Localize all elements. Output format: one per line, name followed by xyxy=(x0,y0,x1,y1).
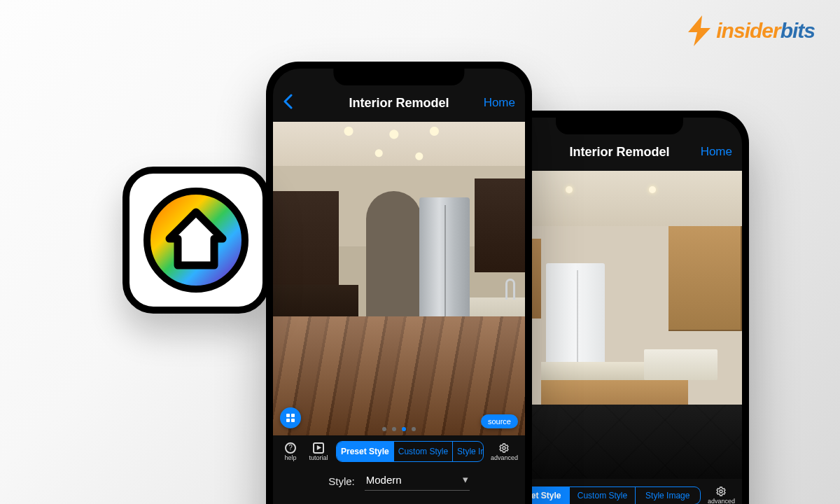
svg-marker-0 xyxy=(688,15,710,46)
style-row: Style: Modern ▾ xyxy=(273,465,525,503)
phone-front: Interior Remodel Home xyxy=(266,62,532,504)
page-dot[interactable] xyxy=(412,427,416,431)
advanced-button[interactable]: advanced xyxy=(708,486,735,504)
bolt-icon xyxy=(687,15,712,46)
advanced-button[interactable]: advanced xyxy=(491,442,518,461)
chevron-left-icon xyxy=(283,94,293,109)
play-icon xyxy=(313,442,324,454)
svg-marker-6 xyxy=(316,445,321,450)
toolbar-back: Preset Style Custom Style Style Image ad… xyxy=(497,479,742,504)
grid-button[interactable] xyxy=(280,407,301,428)
stage: insiderbits Interior Remodel Home xyxy=(0,0,840,504)
advanced-label: advanced xyxy=(708,498,735,504)
style-dropdown[interactable]: Modern ▾ xyxy=(365,472,470,491)
page-dot-active[interactable] xyxy=(402,427,406,431)
kitchen-before-image xyxy=(497,171,742,479)
tab-style-image[interactable]: Style Image xyxy=(635,487,700,504)
svg-rect-3 xyxy=(291,414,295,417)
style-value: Modern xyxy=(366,474,402,486)
notch xyxy=(333,69,464,85)
toolbar-front: ? help tutorial Preset Style Custom Styl… xyxy=(273,435,525,465)
notch xyxy=(556,118,683,134)
gear-icon xyxy=(715,486,727,497)
grid-icon xyxy=(286,413,295,423)
svg-point-7 xyxy=(503,447,505,449)
page-dot[interactable] xyxy=(382,427,386,431)
kitchen-after-image xyxy=(273,122,525,435)
brand-prefix: insider xyxy=(716,19,780,42)
tab-custom-style[interactable]: Custom Style xyxy=(393,442,452,461)
tab-custom-style[interactable]: Custom Style xyxy=(569,487,634,504)
app-icon xyxy=(122,167,270,314)
navbar-front: Interior Remodel Home xyxy=(273,84,525,122)
svg-point-1 xyxy=(720,490,722,493)
navbar-back: Interior Remodel Home xyxy=(497,133,742,171)
advanced-label: advanced xyxy=(491,454,518,461)
page-indicator xyxy=(382,427,416,431)
home-link[interactable]: Home xyxy=(484,96,515,110)
home-link[interactable]: Home xyxy=(701,145,732,159)
help-button[interactable]: ? help xyxy=(280,442,301,461)
svg-rect-2 xyxy=(286,414,290,417)
gear-icon xyxy=(498,442,510,454)
phone-back-screen: Interior Remodel Home Preset xyxy=(497,118,742,504)
page-dot[interactable] xyxy=(392,427,396,431)
tutorial-button[interactable]: tutorial xyxy=(308,442,329,461)
brand-suffix: bits xyxy=(780,19,815,42)
app-icon-svg xyxy=(140,184,252,296)
chevron-down-icon: ▾ xyxy=(463,473,468,486)
screen-title: Interior Remodel xyxy=(349,96,449,111)
brand-logo: insiderbits xyxy=(687,15,815,46)
photo-front-wrap[interactable]: source xyxy=(273,122,525,435)
screen-title: Interior Remodel xyxy=(569,145,669,160)
style-label: Style: xyxy=(328,475,355,487)
toolbar-left: ? help tutorial xyxy=(280,442,329,461)
back-button[interactable] xyxy=(283,94,293,112)
phone-front-screen: Interior Remodel Home xyxy=(273,69,525,504)
source-button[interactable]: source xyxy=(481,414,518,428)
help-icon: ? xyxy=(285,442,296,454)
style-segmented-control: Preset Style Custom Style Style Image xyxy=(504,486,701,505)
tab-preset-style[interactable]: Preset Style xyxy=(337,442,393,461)
help-label: help xyxy=(284,454,296,461)
brand-text: insiderbits xyxy=(716,19,815,43)
svg-rect-5 xyxy=(291,419,295,422)
svg-rect-4 xyxy=(286,419,290,422)
style-segmented-control: Preset Style Custom Style Style Image xyxy=(336,441,484,462)
tutorial-label: tutorial xyxy=(309,454,328,461)
tab-style-image[interactable]: Style Image xyxy=(452,442,484,461)
photo-back-wrap[interactable] xyxy=(497,171,742,479)
source-label: source xyxy=(488,417,511,426)
